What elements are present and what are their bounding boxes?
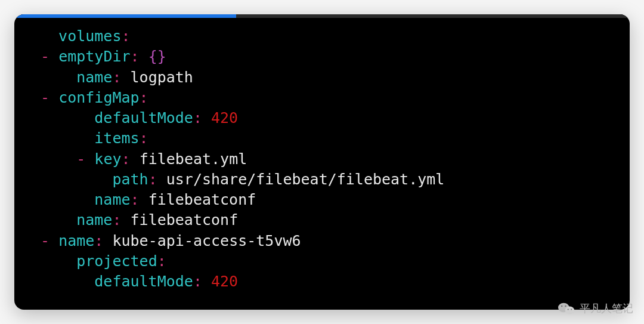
svg-point-3 (565, 306, 566, 307)
progress-fill (14, 14, 236, 18)
watermark: 平凡人笔记 (558, 301, 633, 316)
svg-point-1 (565, 307, 575, 314)
progress-track[interactable] (14, 14, 630, 18)
watermark-label: 平凡人笔记 (580, 301, 633, 316)
svg-point-4 (568, 309, 569, 310)
terminal-window: volumes: - emptyDir: {} name: logpath - … (14, 14, 630, 310)
svg-point-2 (561, 306, 562, 307)
wechat-icon (558, 302, 575, 315)
yaml-code[interactable]: volumes: - emptyDir: {} name: logpath - … (14, 18, 630, 310)
svg-point-5 (571, 309, 572, 310)
